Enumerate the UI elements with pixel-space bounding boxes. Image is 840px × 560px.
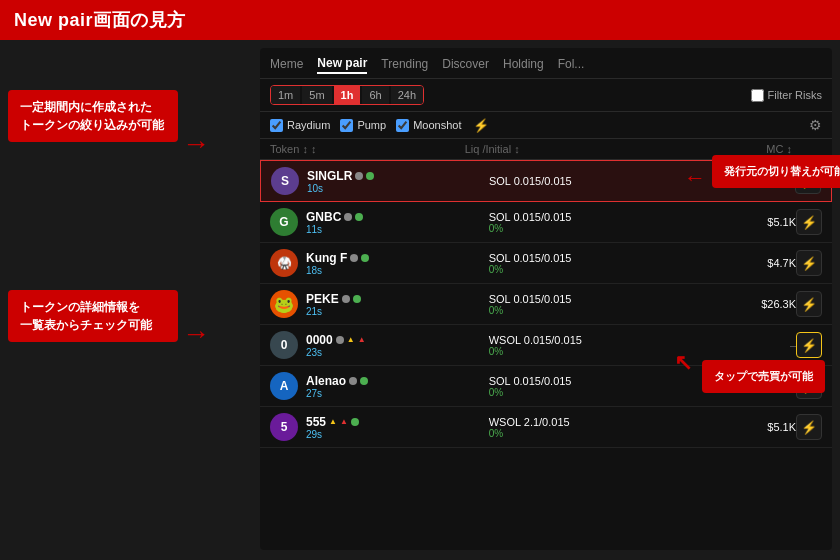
time-btn-24h[interactable]: 24h [391,86,423,104]
tab-trending[interactable]: Trending [381,57,428,73]
token-age-kungf: 18s [306,265,489,276]
lightning-icon: ⚡ [473,118,489,133]
token-name-singlr: SINGLR [307,169,489,183]
token-row-gnbc[interactable]: G GNBC 11s SOL 0.015/0.015 0% $5.1K ⚡ [260,202,832,243]
action-btn-peke[interactable]: ⚡ [796,291,822,317]
raydium-checkbox[interactable] [270,119,283,132]
action-btn-555[interactable]: ⚡ [796,414,822,440]
col-header-token: Token ↕ ↕ [270,143,465,155]
token-mc-gnbc: $5.1K [671,216,796,228]
time-btn-1m[interactable]: 1m [271,86,300,104]
token-name-0000: 0000 ▲ ▲ [306,333,489,347]
avatar-peke: 🐸 [270,290,298,318]
col-header-liq: Liq /Initial ↕ [465,143,660,155]
dot-peke-1 [342,295,350,303]
dot-555-1 [351,418,359,426]
tab-holding[interactable]: Holding [503,57,544,73]
time-btn-6h[interactable]: 6h [362,86,388,104]
dot-kungf-1 [350,254,358,262]
token-name-kungf: Kung F [306,251,489,265]
filter-risk-checkbox[interactable] [751,89,764,102]
dot-icon-2 [366,172,374,180]
moonshot-checkbox[interactable] [396,119,409,132]
dot-alenao-2 [360,377,368,385]
dot-alenao-1 [349,377,357,385]
token-age-alenao: 27s [306,388,489,399]
token-info-peke: PEKE 21s [306,292,489,317]
tab-new-pair[interactable]: New pair [317,56,367,74]
token-info-singlr: SINGLR 10s [307,169,489,194]
time-filter-annotation: 一定期間内に作成された トークンの絞り込みが可能 [8,90,178,142]
tab-discover[interactable]: Discover [442,57,489,73]
token-mc-kungf: $4.7K [671,257,796,269]
source-raydium[interactable]: Raydium [270,119,330,132]
dot-0000-1 [336,336,344,344]
avatar-gnbc: G [270,208,298,236]
triangle-0000-2: ▲ [358,335,366,344]
token-row-kungf[interactable]: 🥋 Kung F 18s SOL 0.015/0.015 0% $4.7K ⚡ [260,243,832,284]
time-btn-5m[interactable]: 5m [302,86,331,104]
token-liq-peke: SOL 0.015/0.015 0% [489,293,672,316]
token-info-alenao: Alenao 27s [306,374,489,399]
action-btn-0000[interactable]: ⚡ [796,332,822,358]
token-liq-0000: WSOL 0.015/0.015 0% [489,334,672,357]
token-age-0000: 23s [306,347,489,358]
avatar-kungf: 🥋 [270,249,298,277]
source-annotation: 発行元の切り替えが可能 [712,155,840,188]
triangle-555-1: ▲ [329,417,337,426]
source-arrow: ← [684,165,706,191]
token-age-555: 29s [306,429,489,440]
tap-annotation: タップで売買が可能 [702,360,825,393]
token-liq-singlr: SOL 0.015/0.015 [489,175,671,187]
time-btn-1h[interactable]: 1h [334,86,361,104]
token-age-gnbc: 11s [306,224,489,235]
dot-peke-2 [353,295,361,303]
token-liq-alenao: SOL 0.015/0.015 0% [489,375,672,398]
avatar-singlr: S [271,167,299,195]
token-age-peke: 21s [306,306,489,317]
source-pump[interactable]: Pump [340,119,386,132]
token-name-peke: PEKE [306,292,489,306]
action-btn-gnbc[interactable]: ⚡ [796,209,822,235]
tab-following[interactable]: Fol... [558,57,585,73]
settings-icon[interactable]: ⚙ [809,117,822,133]
avatar-0000: 0 [270,331,298,359]
token-liq-kungf: SOL 0.015/0.015 0% [489,252,672,275]
dot-icon-1 [355,172,363,180]
detail-arrow: → [182,320,210,348]
dot-kungf-2 [361,254,369,262]
avatar-alenao: A [270,372,298,400]
token-liq-555: WSOL 2.1/0.015 0% [489,416,672,439]
token-mc-peke: $26.3K [671,298,796,310]
header-banner: New pair画面の見方 [0,0,840,40]
token-info-kungf: Kung F 18s [306,251,489,276]
token-info-gnbc: GNBC 11s [306,210,489,235]
filter-risk-label: Filter Risks [768,89,822,101]
dot-gnbc-2 [355,213,363,221]
time-filter-arrow: → [182,130,210,158]
token-name-555: 555 ▲ ▲ [306,415,489,429]
header-title: New pair画面の見方 [14,8,186,32]
left-annotations: 一定期間内に作成された トークンの絞り込みが可能 → トークンの詳細情報を 一覧… [0,40,260,558]
tab-meme[interactable]: Meme [270,57,303,73]
nav-tabs: Meme New pair Trending Discover Holding … [260,48,832,79]
pump-checkbox[interactable] [340,119,353,132]
triangle-555-2: ▲ [340,417,348,426]
app-container: Meme New pair Trending Discover Holding … [260,48,832,550]
token-liq-gnbc: SOL 0.015/0.015 0% [489,211,672,234]
token-row-555[interactable]: 5 555 ▲ ▲ 29s WSOL 2.1/0.015 0% $5.1K ⚡ [260,407,832,448]
action-btn-kungf[interactable]: ⚡ [796,250,822,276]
token-row-peke[interactable]: 🐸 PEKE 21s SOL 0.015/0.015 0% $26.3K ⚡ [260,284,832,325]
tap-arrow: ↖ [674,350,692,376]
filter-risk: Filter Risks [751,89,822,102]
token-info-555: 555 ▲ ▲ 29s [306,415,489,440]
triangle-0000-1: ▲ [347,335,355,344]
token-name-gnbc: GNBC [306,210,489,224]
detail-annotation: トークンの詳細情報を 一覧表からチェック可能 [8,290,178,342]
token-age-singlr: 10s [307,183,489,194]
source-moonshot[interactable]: Moonshot [396,119,461,132]
filter-bar: 1m 5m 1h 6h 24h Filter Risks [260,79,832,112]
time-buttons: 1m 5m 1h 6h 24h [270,85,424,105]
token-info-0000: 0000 ▲ ▲ 23s [306,333,489,358]
col-header-mc: MC ↕ [659,143,792,155]
